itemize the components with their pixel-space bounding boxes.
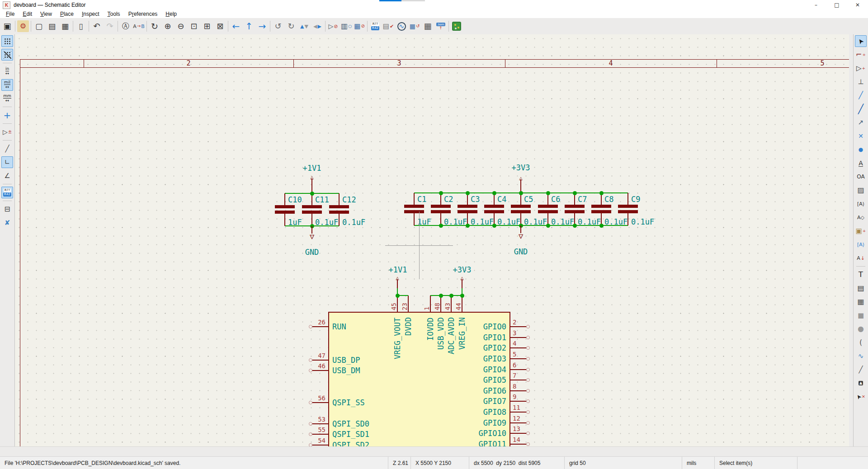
units-mm-button[interactable]: mm↔ bbox=[1, 93, 13, 104]
pin-end-circle bbox=[526, 368, 530, 371]
find-icon: Ⓐ bbox=[122, 23, 129, 30]
free-angle-wires-button[interactable]: ╱ bbox=[1, 143, 13, 155]
menu-tools[interactable]: Tools bbox=[104, 10, 124, 18]
draw-bezier-button[interactable]: ∿ bbox=[855, 350, 867, 362]
window-controls: –□✕ bbox=[806, 0, 868, 10]
highlight-net-button[interactable]: ⌐+ bbox=[855, 49, 867, 61]
menu-help[interactable]: Help bbox=[161, 10, 181, 18]
capacitor-reference: C5 bbox=[524, 195, 533, 204]
edit-symbols-button[interactable]: ▷⊘ bbox=[327, 20, 339, 32]
mirror-vertically-button[interactable]: ▲▼ bbox=[298, 20, 310, 32]
grid-overrides-button[interactable] bbox=[1, 49, 13, 61]
rule-area-button[interactable]: ▨ bbox=[855, 184, 867, 196]
erc-button[interactable]: ▤✔ bbox=[382, 20, 394, 32]
browse-symbol-libraries-button[interactable]: ▥○ bbox=[340, 20, 352, 32]
delete-tool[interactable]: ➤✕ bbox=[855, 391, 867, 403]
place-text-button[interactable]: T bbox=[855, 269, 867, 281]
navigate-back-button[interactable]: ← bbox=[230, 20, 242, 32]
rotate-ccw-button[interactable]: ↺ bbox=[272, 20, 284, 32]
draw-wire-button[interactable]: ╱ bbox=[855, 89, 867, 101]
hierarchy-navigator-button[interactable]: ⊟ bbox=[1, 203, 13, 215]
pin-number: 1 bbox=[424, 307, 430, 310]
zoom-fit-page-button[interactable]: ⊡ bbox=[188, 20, 200, 32]
paste-button[interactable]: ▯ bbox=[75, 20, 87, 32]
save-button[interactable]: ▣ bbox=[1, 20, 13, 32]
symbol-fields-table-button[interactable]: ▦ bbox=[422, 20, 434, 32]
units-inches-button[interactable]: in↔ bbox=[1, 66, 13, 77]
place-text-box-button[interactable]: ▤ bbox=[855, 282, 867, 294]
hierarchical-label-button[interactable]: A◇ bbox=[855, 211, 867, 223]
place-sheet-pin-button[interactable]: [A⟩ bbox=[855, 239, 867, 250]
pin-number: 11 bbox=[513, 404, 520, 411]
menu-inspect[interactable]: Inspect bbox=[78, 10, 104, 18]
print-button[interactable]: ▤ bbox=[46, 20, 58, 32]
show-hidden-pins-button[interactable]: ▷± bbox=[1, 126, 13, 138]
menu-place[interactable]: Place bbox=[56, 10, 78, 18]
junction-button[interactable]: ● bbox=[855, 144, 867, 155]
mirror-horizontally-button[interactable]: ◀▶ bbox=[311, 20, 323, 32]
place-symbol-button[interactable]: ▷+ bbox=[855, 62, 867, 74]
zoom-in-button[interactable]: ⊕ bbox=[162, 20, 174, 32]
schematic-setup-button[interactable]: ⚙ bbox=[17, 20, 29, 32]
toolbar-group: ↻⊕⊖⊡⊞⊠ bbox=[149, 20, 226, 32]
open-pcb-editor-button[interactable] bbox=[451, 20, 462, 32]
45deg-wires-button[interactable]: ∠ bbox=[1, 170, 13, 182]
global-label-button[interactable]: [A⟩ bbox=[855, 198, 867, 210]
zoom-out-button[interactable]: ⊖ bbox=[175, 20, 187, 32]
pin-line bbox=[312, 326, 328, 327]
directive-label-button[interactable]: ΟA bbox=[855, 171, 867, 183]
navigate-up-button[interactable]: ↑ bbox=[243, 20, 255, 32]
menu-file[interactable]: File bbox=[2, 10, 19, 18]
place-table-button[interactable]: ▦ bbox=[855, 296, 867, 308]
units-mils-button[interactable]: mil↔ bbox=[1, 79, 13, 91]
draw-rectangle-button[interactable]: ■ bbox=[855, 310, 867, 321]
find-button[interactable]: Ⓐ bbox=[120, 20, 132, 32]
menu-view[interactable]: View bbox=[36, 10, 56, 18]
maximize-button[interactable]: □ bbox=[826, 0, 847, 10]
assign-footprints-button[interactable]: ▦↺ bbox=[409, 20, 420, 32]
import-sheet-pin-button[interactable]: A↓ bbox=[855, 252, 867, 264]
navigate-forward-button[interactable]: → bbox=[256, 20, 268, 32]
find-replace-button[interactable]: A→B bbox=[133, 20, 145, 32]
rotate-cw-button[interactable]: ↻ bbox=[285, 20, 297, 32]
undo-button[interactable]: ↶ bbox=[91, 20, 103, 32]
junction-dot bbox=[573, 191, 577, 195]
schematic-canvas[interactable]: 2345+1V1△C101uFC110.1uFC120.1uF▽GND+3V3△… bbox=[15, 34, 849, 446]
plot-button[interactable]: ▦ bbox=[59, 20, 71, 32]
capacitor-reference: C9 bbox=[631, 195, 640, 204]
cursor-delta: dx 5500 dy 2150 dist 5905 bbox=[469, 457, 564, 469]
tools-button[interactable]: ✘ bbox=[1, 217, 13, 229]
place-text-icon: T bbox=[859, 271, 863, 278]
place-power-port-button[interactable]: ⊥ bbox=[855, 76, 867, 88]
cursor-shape-button[interactable]: + bbox=[1, 109, 13, 121]
export-bom-button[interactable]: .bom↑ bbox=[435, 20, 447, 32]
minimize-button[interactable]: – bbox=[806, 0, 826, 10]
menu-edit[interactable]: Edit bbox=[19, 10, 36, 18]
zoom-selection-button[interactable]: ⊠ bbox=[214, 20, 226, 32]
draw-line-button[interactable]: ╱ bbox=[855, 364, 867, 375]
redo-button[interactable]: ↷ bbox=[104, 20, 116, 32]
hierarchical-sheet-button[interactable]: ▣+ bbox=[855, 225, 867, 237]
zoom-fit-objects-button[interactable]: ⊞ bbox=[201, 20, 213, 32]
footprint-editor-button[interactable]: ▦⊘ bbox=[354, 20, 365, 32]
grid-visibility-icon bbox=[4, 38, 11, 45]
close-button[interactable]: ✕ bbox=[847, 0, 868, 10]
draw-circle-button[interactable]: ● bbox=[855, 323, 867, 335]
hv-wires-button[interactable]: ∟ bbox=[1, 156, 13, 168]
junction-dot bbox=[599, 191, 604, 195]
annotate-automatically-button[interactable]: R??R42 bbox=[1, 187, 13, 198]
menu-preferences[interactable]: Preferences bbox=[124, 10, 162, 18]
wire-to-bus-entry-button[interactable]: ↗ bbox=[855, 117, 867, 128]
refresh-button[interactable]: ↻ bbox=[149, 20, 160, 32]
annotate-button[interactable]: R??R42 bbox=[369, 20, 381, 32]
page-settings-button[interactable]: ▢ bbox=[33, 20, 45, 32]
place-image-button[interactable]: ▲ bbox=[855, 377, 867, 389]
grid-visibility-button[interactable] bbox=[1, 35, 13, 47]
toolbar-separator bbox=[448, 21, 449, 32]
draw-bus-button[interactable]: ╱ bbox=[855, 103, 867, 115]
simulator-button[interactable]: ∿ bbox=[396, 20, 407, 32]
select-tool[interactable]: ➤ bbox=[855, 35, 867, 47]
draw-arc-button[interactable]: ( bbox=[855, 337, 867, 348]
no-connect-flag-button[interactable]: ✕ bbox=[855, 130, 867, 142]
net-label-button[interactable]: A bbox=[855, 157, 867, 169]
